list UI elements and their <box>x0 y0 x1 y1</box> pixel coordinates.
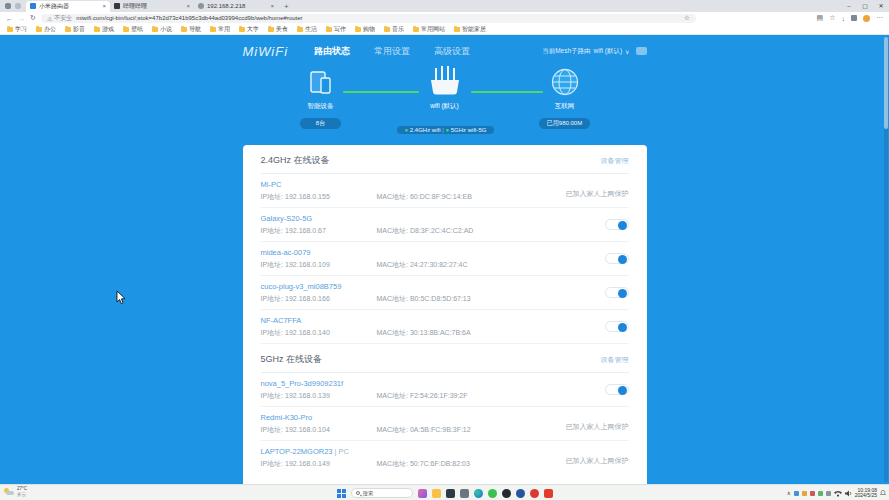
bookmark-folder[interactable]: 壁纸 <box>123 25 143 34</box>
bookmark-folder[interactable]: 常用 <box>210 25 230 34</box>
internet-access-toggle[interactable] <box>605 321 629 332</box>
device-manage-link[interactable]: 设备管理 <box>601 355 629 365</box>
new-tab-button[interactable]: + <box>278 2 295 11</box>
device-name-link[interactable]: cuco-plug-v3_mi08B759 <box>261 282 471 291</box>
terminal-icon[interactable] <box>446 489 455 498</box>
split-screen-icon[interactable]: ▤ <box>817 14 824 22</box>
toggle-knob <box>618 255 627 264</box>
bookmark-folder[interactable]: 生活 <box>297 25 317 34</box>
internet-access-toggle[interactable] <box>605 219 629 230</box>
nav-router-status[interactable]: 路由状态 <box>314 45 350 58</box>
bookmark-folder[interactable]: 大学 <box>239 25 259 34</box>
netease-music-icon[interactable] <box>530 489 539 498</box>
weather-widget[interactable]: 27°C 多云 <box>4 486 27 497</box>
bookmark-folder[interactable]: 导航 <box>181 25 201 34</box>
bookmark-folder[interactable]: 写作 <box>326 25 346 34</box>
workspace-icon[interactable] <box>5 3 11 9</box>
tab-close-icon[interactable]: × <box>186 3 190 9</box>
device-manage-link[interactable]: 设备管理 <box>601 156 629 166</box>
github-icon[interactable] <box>502 489 511 498</box>
bookmark-folder[interactable]: 智能家居 <box>454 25 486 34</box>
camera-icon[interactable] <box>460 489 469 498</box>
notification-icon[interactable] <box>636 47 647 55</box>
device-name-link[interactable]: Mi-PC <box>261 180 472 189</box>
browser-menu-icon[interactable]: ⋯ <box>876 14 883 22</box>
tray-app-icon[interactable] <box>826 491 831 496</box>
forward-icon[interactable]: → <box>18 15 25 22</box>
close-window-button[interactable]: ✕ <box>873 0 889 12</box>
tab-search-icon[interactable] <box>15 3 21 9</box>
internet-node[interactable]: 互联网 已用980.00M <box>539 68 591 129</box>
device-name-link[interactable]: Galaxy-S20-5G <box>261 214 474 223</box>
bookmark-label: 办公 <box>44 25 56 34</box>
tab-third[interactable]: 192.168.2.218 × <box>194 1 278 12</box>
tab-close-icon[interactable]: × <box>102 3 106 9</box>
maximize-button[interactable]: ▢ <box>857 0 873 12</box>
mesh-value: wifi (默认) <box>594 47 623 56</box>
internet-access-toggle[interactable] <box>605 384 629 395</box>
band-5-label: 5GHz wifi-5G <box>451 127 487 133</box>
wps-icon[interactable] <box>544 489 553 498</box>
ip-value: 192.168.0.140 <box>285 329 330 336</box>
bookmark-folder[interactable]: 购物 <box>355 25 375 34</box>
bookmark-label: 美食 <box>276 25 288 34</box>
bookmark-folder[interactable]: 美食 <box>268 25 288 34</box>
wifi-icon[interactable] <box>834 490 842 497</box>
device-name-link[interactable]: NF-AC7FFA <box>261 316 471 325</box>
steam-icon[interactable] <box>516 489 525 498</box>
file-explorer-icon[interactable] <box>432 489 441 498</box>
paint-app-icon[interactable] <box>418 489 427 498</box>
ip-label: IP地址: <box>261 460 284 467</box>
internet-access-toggle[interactable] <box>605 253 629 264</box>
tab-second[interactable]: 哔哩哔哩 × <box>110 1 194 12</box>
device-name-link[interactable]: Redmi-K30-Pro <box>261 413 471 422</box>
folder-icon <box>36 27 42 32</box>
wechat-icon[interactable] <box>488 489 497 498</box>
notification-bell-icon[interactable] <box>880 490 886 496</box>
tray-app-icon[interactable] <box>794 491 799 496</box>
favorites-icon[interactable]: ☆ <box>829 14 835 22</box>
refresh-icon[interactable]: ↻ <box>30 14 36 22</box>
page-scrollbar[interactable] <box>884 37 888 482</box>
bookmark-folder[interactable]: 办公 <box>36 25 56 34</box>
scrollbar-thumb[interactable] <box>884 37 888 129</box>
nav-common-settings[interactable]: 常用设置 <box>374 45 410 58</box>
tray-app-icon[interactable] <box>818 491 823 496</box>
ip-label: IP地址: <box>261 329 284 336</box>
tray-app-icon[interactable] <box>810 491 815 496</box>
start-button[interactable] <box>337 489 346 498</box>
volume-icon[interactable] <box>845 490 852 497</box>
taskbar-clock[interactable]: 10:19:08 2024/5/25 <box>855 488 877 499</box>
tab-close-icon[interactable]: × <box>270 3 274 9</box>
taskbar-search[interactable]: 搜索 <box>351 488 413 498</box>
device-name-link[interactable]: midea-ac-0079 <box>261 248 468 257</box>
bookmark-folder[interactable]: 影音 <box>65 25 85 34</box>
url-input[interactable]: ⚠ 不安全 miwifi.com/cgi-bin/luci/;stok=47b2… <box>41 14 696 23</box>
bookmark-folder[interactable]: 学习 <box>7 25 27 34</box>
tray-app-icon[interactable] <box>802 491 807 496</box>
bookmark-star-icon[interactable]: ☆ <box>684 14 690 22</box>
security-chip[interactable]: ⚠ 不安全 <box>47 14 72 23</box>
edge-icon[interactable] <box>474 489 483 498</box>
devices-node[interactable]: 智能设备 8台 <box>293 70 349 129</box>
minimize-button[interactable]: – <box>841 0 857 12</box>
tab-router-admin[interactable]: 小米路由器 × <box>26 1 110 12</box>
router-node[interactable]: wifi (默认) <box>419 66 471 111</box>
bookmark-folder[interactable]: 常用网站 <box>413 25 445 34</box>
extensions-icon[interactable] <box>851 15 857 21</box>
bookmark-folder[interactable]: 音乐 <box>384 25 404 34</box>
bookmark-folder[interactable]: 游戏 <box>94 25 114 34</box>
internet-access-toggle[interactable] <box>605 287 629 298</box>
bookmark-label: 影音 <box>73 25 85 34</box>
profile-avatar[interactable] <box>863 15 870 22</box>
bookmark-folder[interactable]: 小说 <box>152 25 172 34</box>
device-name-link[interactable]: LAPTOP-22MGOR23 | PC <box>261 447 470 456</box>
downloads-icon[interactable]: ↓ <box>842 15 846 22</box>
mesh-selector[interactable]: 当前Mesh子路由 wifi (默认) ∨ <box>542 47 646 56</box>
nav-advanced-settings[interactable]: 高级设置 <box>434 45 470 58</box>
device-row: NF-AC7FFA IP地址: 192.168.0.140 MAC地址: 30:… <box>261 310 629 344</box>
back-icon[interactable]: ← <box>6 15 13 22</box>
tray-expand-icon[interactable]: ∧ <box>787 490 791 496</box>
device-name-link[interactable]: nova_5_Pro-3d9909231f <box>261 379 468 388</box>
mac-value: 60:DC:8F:9C:14:EB <box>410 193 472 200</box>
